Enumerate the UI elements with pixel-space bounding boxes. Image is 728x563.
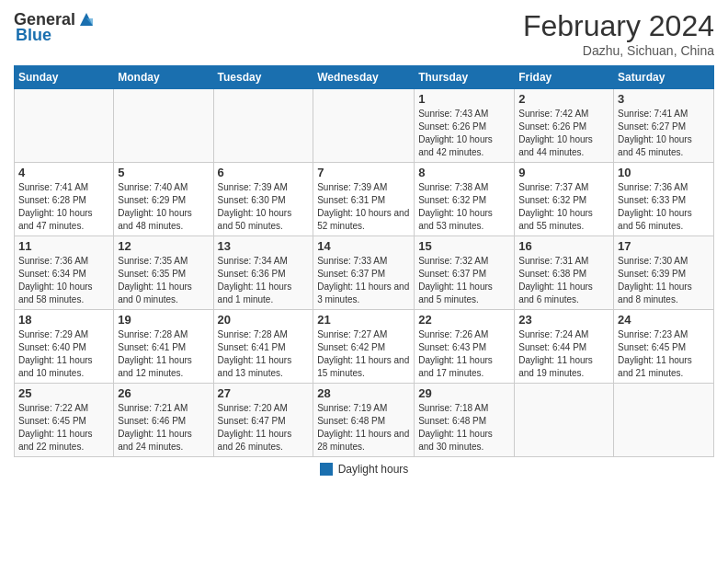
day-info: Sunrise: 7:41 AM Sunset: 6:28 PM Dayligh… [18, 181, 109, 233]
day-info: Sunrise: 7:22 AM Sunset: 6:45 PM Dayligh… [18, 402, 109, 454]
day-info: Sunrise: 7:20 AM Sunset: 6:47 PM Dayligh… [218, 402, 310, 454]
day-info: Sunrise: 7:32 AM Sunset: 6:37 PM Dayligh… [418, 255, 510, 306]
day-info: Sunrise: 7:38 AM Sunset: 6:32 PM Dayligh… [418, 181, 510, 233]
day-number: 14 [317, 239, 410, 253]
calendar-cell: 17Sunrise: 7:30 AM Sunset: 6:39 PM Dayli… [614, 236, 714, 310]
day-number: 7 [317, 166, 410, 179]
day-info: Sunrise: 7:31 AM Sunset: 6:38 PM Dayligh… [518, 255, 609, 306]
logo: General Blue [14, 9, 97, 45]
logo-icon [76, 9, 97, 29]
day-info: Sunrise: 7:23 AM Sunset: 6:45 PM Dayligh… [618, 328, 710, 380]
calendar-cell: 12Sunrise: 7:35 AM Sunset: 6:35 PM Dayli… [114, 236, 213, 310]
calendar-cell [213, 89, 313, 163]
day-info: Sunrise: 7:28 AM Sunset: 6:41 PM Dayligh… [218, 328, 310, 380]
day-info: Sunrise: 7:28 AM Sunset: 6:41 PM Dayligh… [118, 328, 209, 380]
month-year-title: February 2024 [523, 9, 714, 43]
day-info: Sunrise: 7:34 AM Sunset: 6:36 PM Dayligh… [218, 255, 310, 306]
day-info: Sunrise: 7:33 AM Sunset: 6:37 PM Dayligh… [317, 255, 410, 306]
day-info: Sunrise: 7:39 AM Sunset: 6:30 PM Dayligh… [218, 181, 310, 233]
calendar-cell: 14Sunrise: 7:33 AM Sunset: 6:37 PM Dayli… [313, 236, 415, 310]
calendar-header-row: Sunday Monday Tuesday Wednesday Thursday… [15, 66, 714, 89]
day-info: Sunrise: 7:30 AM Sunset: 6:39 PM Dayligh… [618, 255, 710, 306]
calendar-cell: 19Sunrise: 7:28 AM Sunset: 6:41 PM Dayli… [114, 310, 213, 384]
calendar-cell: 18Sunrise: 7:29 AM Sunset: 6:40 PM Dayli… [15, 310, 114, 384]
calendar-cell: 15Sunrise: 7:32 AM Sunset: 6:37 PM Dayli… [415, 236, 515, 310]
calendar-cell: 25Sunrise: 7:22 AM Sunset: 6:45 PM Dayli… [15, 384, 114, 457]
calendar-cell: 2Sunrise: 7:42 AM Sunset: 6:26 PM Daylig… [515, 89, 614, 163]
day-info: Sunrise: 7:21 AM Sunset: 6:46 PM Dayligh… [118, 402, 209, 454]
day-number: 27 [218, 386, 310, 400]
legend-label: Daylight hours [338, 463, 409, 476]
calendar-cell: 4Sunrise: 7:41 AM Sunset: 6:28 PM Daylig… [15, 163, 114, 236]
location-subtitle: Dazhu, Sichuan, China [523, 43, 714, 58]
calendar-cell: 27Sunrise: 7:20 AM Sunset: 6:47 PM Dayli… [213, 384, 313, 457]
day-number: 21 [317, 313, 410, 327]
calendar-cell: 7Sunrise: 7:39 AM Sunset: 6:31 PM Daylig… [313, 163, 415, 236]
calendar-cell: 6Sunrise: 7:39 AM Sunset: 6:30 PM Daylig… [213, 163, 313, 236]
col-saturday: Saturday [614, 66, 714, 89]
day-info: Sunrise: 7:29 AM Sunset: 6:40 PM Dayligh… [18, 328, 109, 380]
calendar-week-row: 18Sunrise: 7:29 AM Sunset: 6:40 PM Dayli… [15, 310, 714, 384]
day-info: Sunrise: 7:36 AM Sunset: 6:33 PM Dayligh… [618, 181, 710, 233]
day-number: 2 [518, 92, 609, 106]
day-number: 19 [118, 313, 209, 327]
legend-color-box [320, 463, 333, 476]
day-number: 4 [18, 166, 109, 179]
day-number: 15 [418, 239, 510, 253]
calendar-week-row: 11Sunrise: 7:36 AM Sunset: 6:34 PM Dayli… [15, 236, 714, 310]
day-number: 25 [18, 386, 109, 400]
day-number: 9 [518, 166, 609, 179]
col-friday: Friday [515, 66, 614, 89]
day-number: 8 [418, 166, 510, 179]
day-number: 5 [118, 166, 209, 179]
day-number: 24 [618, 313, 710, 327]
calendar-table: Sunday Monday Tuesday Wednesday Thursday… [14, 65, 714, 457]
day-info: Sunrise: 7:18 AM Sunset: 6:48 PM Dayligh… [418, 402, 510, 454]
day-number: 20 [218, 313, 310, 327]
day-info: Sunrise: 7:39 AM Sunset: 6:31 PM Dayligh… [317, 181, 410, 233]
day-info: Sunrise: 7:43 AM Sunset: 6:26 PM Dayligh… [418, 108, 510, 159]
day-info: Sunrise: 7:41 AM Sunset: 6:27 PM Dayligh… [618, 108, 710, 159]
calendar-cell: 11Sunrise: 7:36 AM Sunset: 6:34 PM Dayli… [15, 236, 114, 310]
logo-blue-text: Blue [16, 26, 51, 45]
day-number: 11 [18, 239, 109, 253]
calendar-cell: 23Sunrise: 7:24 AM Sunset: 6:44 PM Dayli… [515, 310, 614, 384]
day-info: Sunrise: 7:36 AM Sunset: 6:34 PM Dayligh… [18, 255, 109, 306]
calendar-cell [114, 89, 213, 163]
calendar-cell: 21Sunrise: 7:27 AM Sunset: 6:42 PM Dayli… [313, 310, 415, 384]
day-number: 6 [218, 166, 310, 179]
day-number: 22 [418, 313, 510, 327]
day-number: 10 [618, 166, 710, 179]
day-info: Sunrise: 7:37 AM Sunset: 6:32 PM Dayligh… [518, 181, 609, 233]
calendar-cell: 10Sunrise: 7:36 AM Sunset: 6:33 PM Dayli… [614, 163, 714, 236]
calendar-cell: 20Sunrise: 7:28 AM Sunset: 6:41 PM Dayli… [213, 310, 313, 384]
day-number: 16 [518, 239, 609, 253]
day-info: Sunrise: 7:19 AM Sunset: 6:48 PM Dayligh… [317, 402, 410, 454]
day-info: Sunrise: 7:35 AM Sunset: 6:35 PM Dayligh… [118, 255, 209, 306]
day-number: 28 [317, 386, 410, 400]
day-info: Sunrise: 7:27 AM Sunset: 6:42 PM Dayligh… [317, 328, 410, 380]
calendar-cell: 16Sunrise: 7:31 AM Sunset: 6:38 PM Dayli… [515, 236, 614, 310]
title-block: February 2024 Dazhu, Sichuan, China [523, 9, 714, 58]
calendar-cell: 9Sunrise: 7:37 AM Sunset: 6:32 PM Daylig… [515, 163, 614, 236]
calendar-cell: 3Sunrise: 7:41 AM Sunset: 6:27 PM Daylig… [614, 89, 714, 163]
day-number: 17 [618, 239, 710, 253]
day-number: 26 [118, 386, 209, 400]
page-header: General Blue February 2024 Dazhu, Sichua… [14, 9, 714, 58]
calendar-cell: 24Sunrise: 7:23 AM Sunset: 6:45 PM Dayli… [614, 310, 714, 384]
calendar-cell [313, 89, 415, 163]
calendar-cell [614, 384, 714, 457]
col-thursday: Thursday [415, 66, 515, 89]
calendar-cell: 1Sunrise: 7:43 AM Sunset: 6:26 PM Daylig… [415, 89, 515, 163]
calendar-cell: 29Sunrise: 7:18 AM Sunset: 6:48 PM Dayli… [415, 384, 515, 457]
day-number: 12 [118, 239, 209, 253]
calendar-week-row: 4Sunrise: 7:41 AM Sunset: 6:28 PM Daylig… [15, 163, 714, 236]
calendar-cell: 13Sunrise: 7:34 AM Sunset: 6:36 PM Dayli… [213, 236, 313, 310]
day-number: 3 [618, 92, 710, 106]
day-number: 29 [418, 386, 510, 400]
day-number: 18 [18, 313, 109, 327]
calendar-week-row: 1Sunrise: 7:43 AM Sunset: 6:26 PM Daylig… [15, 89, 714, 163]
day-number: 13 [218, 239, 310, 253]
day-number: 1 [418, 92, 510, 106]
calendar-footer: Daylight hours [14, 463, 714, 476]
